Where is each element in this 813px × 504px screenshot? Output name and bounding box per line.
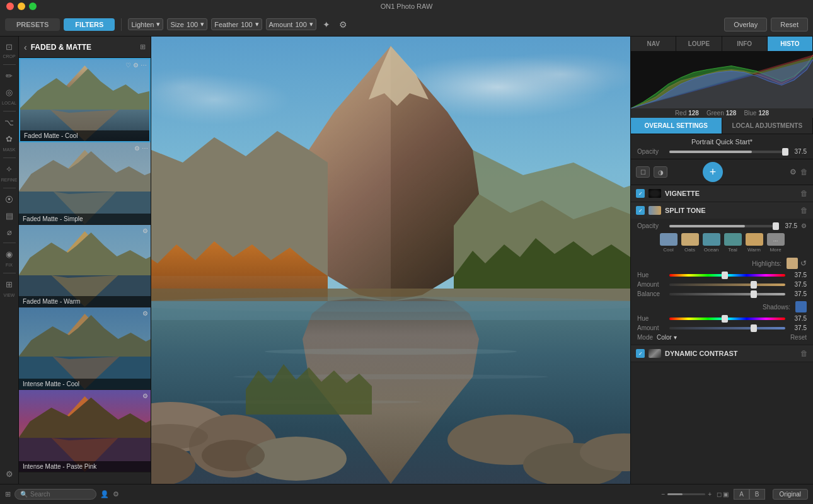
st-gear-icon[interactable]: ⚙ [801,222,807,229]
settings2-icon[interactable]: ⚙ [2,466,17,481]
heal-icon[interactable]: ✿ [2,131,17,146]
preset-settings-icon-4[interactable]: ⚙ [142,310,148,317]
swatch-cool[interactable]: Cool [660,233,678,253]
mode-select[interactable]: Color ▾ [657,334,677,341]
grid-icon[interactable]: ⊞ [140,43,146,51]
swatch-oats[interactable]: Oats [681,233,699,253]
size-select[interactable]: Size 100 ▾ [167,18,207,30]
preset-item-5[interactable]: ⚙ Intense Matte - Paste Pink [19,390,151,472]
clone-icon[interactable]: ⌥ [2,115,17,130]
maximize-btn[interactable] [29,3,37,10]
opacity-slider[interactable] [669,151,787,153]
brush2-icon[interactable]: ⌀ [2,224,17,239]
swatch-teal-color[interactable] [724,233,742,246]
transform-icon[interactable]: ⊡ [2,39,17,54]
vignette-trash-icon[interactable]: 🗑 [800,189,808,198]
preset-item-3[interactable]: ⚙ Faded Matte - Warm [19,225,151,307]
lighten-select[interactable]: Lighten ▾ [128,18,163,30]
balance-slider[interactable] [669,293,785,295]
b-button[interactable]: B [749,489,765,500]
preset-item-1[interactable]: ♡ ⚙ ⋯ Faded Matte - Cool [19,58,151,142]
settings-icon[interactable]: ⚙ [337,18,350,31]
original-button[interactable]: Original [773,489,808,500]
overall-settings-tab[interactable]: OVERALL SETTINGS [631,118,722,134]
dynamic-contrast-trash-icon[interactable]: 🗑 [800,349,808,358]
refine-icon[interactable]: ⟡ [2,161,17,176]
zoom-in-icon[interactable]: + [708,491,712,498]
feather-select[interactable]: Feather 100 ▾ [211,18,262,30]
split-tone-checkbox[interactable]: ✓ [636,206,645,215]
swatch-oats-color[interactable] [681,233,699,246]
filter-toggle-2[interactable]: ◑ [654,166,667,178]
shadows-hue-slider[interactable] [669,318,785,320]
swatch-more-color[interactable]: … [767,233,785,246]
preset-settings-icon-3[interactable]: ⚙ [142,227,148,234]
shadows-color-picker[interactable] [795,301,807,312]
filter-trash-icon[interactable]: 🗑 [800,168,808,176]
swatch-warm[interactable]: Warm [746,233,763,253]
preset-settings-icon[interactable]: ⚙ [133,62,139,69]
eye-icon[interactable]: ◉ [2,246,17,261]
minimize-btn[interactable] [18,3,25,10]
presets-tab[interactable]: PRESETS [5,18,60,31]
search-input[interactable] [30,491,87,498]
swatch-cool-color[interactable] [660,233,678,246]
reset-button[interactable]: Reset [771,18,808,32]
grid-view-icon[interactable]: ⊞ [5,490,11,498]
loupe-tab[interactable]: LOUPE [676,37,722,51]
filters-tab[interactable]: FILTERS [64,18,115,31]
brush-icon[interactable]: ✏ [2,68,17,83]
zoom-slider[interactable] [667,493,705,495]
single-view-icon[interactable]: ◻ [717,491,722,498]
add-filter-button[interactable]: + [703,162,723,182]
highlights-reset-icon[interactable]: ↺ [800,259,807,268]
preset-item-2[interactable]: ⚙ ⋯ Faded Matte - Simple [19,142,151,225]
view-icon[interactable]: ⊞ [2,277,17,292]
adjustments-scroll[interactable]: ✓ VIGNETTE 🗑 ✓ SPLIT TONE 🗑 [631,185,813,484]
swatch-ocean-color[interactable] [703,233,720,246]
swatch-more[interactable]: … More [767,233,785,253]
filter-gear-icon[interactable]: ⚙ [790,168,797,176]
shadows-amount-slider[interactable] [669,327,785,329]
highlights-amount-slider[interactable] [669,284,785,286]
local-adjustments-tab[interactable]: LOCAL ADJUSTMENTS [722,118,814,134]
highlights-hue-slider[interactable] [669,274,785,277]
swatch-teal[interactable]: Teal [724,233,742,253]
filter-toggle-1[interactable]: ☐ [636,166,650,178]
back-arrow-icon[interactable]: ‹ [24,42,27,52]
lasso-icon[interactable]: ⦿ [2,192,17,207]
highlights-color-picker[interactable] [787,258,798,269]
histo-tab[interactable]: HISTO [768,37,813,51]
gradient-icon[interactable]: ▤ [2,208,17,223]
preset-more-icon-2[interactable]: ⋯ [142,145,148,152]
preset-settings-icon-2[interactable]: ⚙ [134,145,140,152]
preset-more-icon[interactable]: ⋯ [141,62,147,69]
eyedropper-icon[interactable]: ✦ [320,18,333,31]
split-tone-reset-link[interactable]: Reset [790,334,807,341]
preset-heart-icon[interactable]: ♡ [125,62,131,69]
search-box[interactable]: 🔍 [14,489,96,500]
overlay-button[interactable]: Overlay [724,18,767,32]
swatch-ocean[interactable]: Ocean [703,233,720,253]
dynamic-contrast-header[interactable]: ✓ DYNAMIC CONTRAST 🗑 [631,345,813,362]
vignette-checkbox[interactable]: ✓ [636,189,645,198]
st-opacity-slider[interactable] [669,225,778,227]
local-icon[interactable]: ◎ [2,84,17,100]
image-area[interactable] [151,37,630,484]
a-button[interactable]: A [734,489,749,500]
preset-settings-icon-5[interactable]: ⚙ [142,392,148,399]
dynamic-contrast-checkbox[interactable]: ✓ [636,349,645,358]
vignette-header[interactable]: ✓ VIGNETTE 🗑 [631,185,813,202]
preset-item-4[interactable]: ⚙ Intense Matte - Cool [19,307,151,390]
split-tone-header[interactable]: ✓ SPLIT TONE 🗑 [631,202,813,219]
swatch-warm-color[interactable] [746,233,763,246]
split-tone-trash-icon[interactable]: 🗑 [800,206,808,215]
info-tab[interactable]: INFO [722,37,768,51]
close-btn[interactable] [6,3,14,10]
split-view-icon[interactable]: ▣ [723,491,729,498]
user-icon[interactable]: 👤 [100,490,109,498]
settings-status-icon[interactable]: ⚙ [113,490,119,498]
nav-tab[interactable]: NAV [631,37,676,51]
amount-select[interactable]: Amount 100 ▾ [266,18,316,30]
zoom-out-icon[interactable]: − [662,491,666,498]
